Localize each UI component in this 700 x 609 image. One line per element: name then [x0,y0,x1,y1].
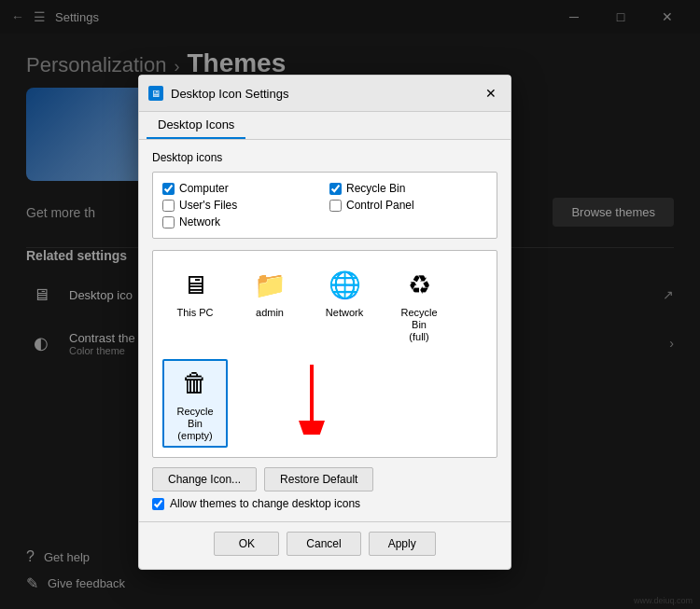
change-icon-button[interactable]: Change Icon... [152,467,257,491]
icon-this-pc[interactable]: 🖥 This PC [162,260,228,350]
checkbox-network[interactable]: Network [162,215,320,228]
desktop-icon: 🖥 [26,280,56,310]
external-link-icon-1: ↗ [663,287,674,302]
maximize-button[interactable]: □ [599,4,642,30]
recycle-bin-full-icon: ♻ [400,266,438,303]
checkbox-recycle-bin[interactable]: Recycle Bin [329,182,487,195]
admin-icon: 📁 [251,266,288,303]
dialog-close-button[interactable]: ✕ [481,83,501,104]
checkbox-computer[interactable]: Computer [162,182,320,195]
red-arrow [284,360,340,438]
admin-label: admin [256,307,284,319]
cancel-button[interactable]: Cancel [287,532,360,556]
checkbox-user-files-input[interactable] [162,200,175,212]
dialog-tabs: Desktop Icons [139,112,511,140]
get-help-link[interactable]: ? Get help [26,548,125,565]
tab-desktop-icons[interactable]: Desktop Icons [147,112,245,139]
watermark: www.deiuq.com [634,596,693,605]
bottom-links: ? Get help ✎ Give feedback [26,548,125,592]
close-button[interactable]: ✕ [646,4,689,30]
dialog-title-text: Desktop Icon Settings [171,87,473,101]
breadcrumb-chevron: › [174,57,179,76]
minimize-button[interactable]: ─ [553,4,595,30]
get-help-label: Get help [44,550,90,564]
dialog-title-icon: 🖥 [148,86,163,101]
checkbox-computer-label: Computer [179,182,229,195]
checkbox-user-files[interactable]: User's Files [162,199,320,212]
help-icon: ? [26,548,35,565]
allow-themes-checkbox[interactable] [152,498,164,510]
feedback-icon: ✎ [26,574,38,592]
title-bar: ← ☰ Settings ─ □ ✕ [0,0,700,34]
allow-themes-label: Allow themes to change desktop icons [170,497,360,510]
checkbox-control-panel-label: Control Panel [346,199,414,212]
back-button[interactable]: ← [11,9,24,24]
browse-themes-text: Get more th [26,205,95,220]
icons-grid: 🖥 This PC 📁 admin 🌐 Network ♻ Recycle Bi… [152,250,497,458]
checkbox-control-panel-input[interactable] [329,200,342,212]
give-feedback-label: Give feedback [48,576,125,590]
checkbox-network-label: Network [179,215,220,228]
network-label: Network [326,307,363,319]
checkbox-group: Computer Recycle Bin User's Files Contro… [152,172,497,239]
recycle-bin-full-label: Recycle Bin(full) [392,307,446,344]
allow-themes-row: Allow themes to change desktop icons [152,497,497,510]
icon-recycle-bin-empty[interactable]: 🗑 Recycle Bin(empty) [162,359,228,449]
ok-button[interactable]: OK [214,532,279,556]
apply-button[interactable]: Apply [369,532,436,556]
icon-recycle-bin-full[interactable]: ♻ Recycle Bin(full) [386,260,452,350]
chevron-right-icon: › [669,336,674,351]
desktop-icon-settings-dialog: 🖥 Desktop Icon Settings ✕ Desktop Icons … [138,75,511,570]
dialog-content: Desktop icons Computer Recycle Bin User'… [139,140,511,521]
window-title: Settings [55,10,543,24]
window-controls: ─ □ ✕ [553,4,689,30]
checkbox-recycle-bin-input[interactable] [329,183,342,195]
checkbox-control-panel[interactable]: Control Panel [329,199,487,212]
give-feedback-link[interactable]: ✎ Give feedback [26,574,125,592]
dialog-action-buttons: Change Icon... Restore Default [152,467,497,491]
dialog-section-label: Desktop icons [152,151,497,164]
browse-themes-button[interactable]: Browse themes [553,198,674,227]
dialog-footer: OK Cancel Apply [139,521,511,569]
restore-default-button[interactable]: Restore Default [264,467,373,491]
checkbox-recycle-bin-label: Recycle Bin [346,182,405,195]
icon-admin[interactable]: 📁 admin [237,260,302,350]
recycle-bin-empty-icon: 🗑 [176,365,214,402]
network-icon: 🌐 [326,266,363,303]
this-pc-icon: 🖥 [176,266,214,303]
checkbox-user-files-label: User's Files [179,199,237,212]
icon-network[interactable]: 🌐 Network [312,260,377,350]
dialog-titlebar: 🖥 Desktop Icon Settings ✕ [139,76,511,112]
checkbox-computer-input[interactable] [162,183,175,195]
this-pc-label: This PC [176,307,213,319]
menu-button[interactable]: ☰ [34,9,46,24]
recycle-bin-empty-label: Recycle Bin(empty) [168,406,222,443]
contrast-icon: ◐ [26,328,56,358]
checkbox-network-input[interactable] [162,216,175,228]
